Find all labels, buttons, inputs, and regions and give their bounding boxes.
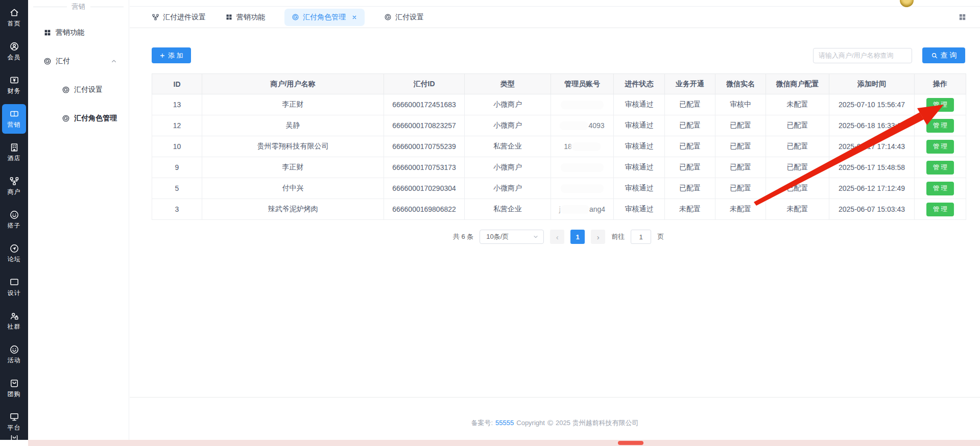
sidebar-item-partial[interactable] — [0, 435, 28, 440]
huifu-id-cell: 6666000170823257 — [384, 115, 465, 136]
divider-line — [90, 7, 124, 7]
beian-link[interactable]: 55555 — [495, 419, 514, 427]
tab-0[interactable]: 汇付进件设置 — [152, 13, 206, 22]
submenu-item-0[interactable]: 营销功能 — [28, 22, 129, 43]
table-row: 3辣武爷泥炉烤肉6666000169806822私营企业jang4审核通过未配置… — [152, 199, 966, 220]
manage-button[interactable]: 管 理 — [926, 182, 954, 195]
manage-button[interactable]: 管 理 — [926, 203, 954, 216]
column-header-3: 类型 — [465, 74, 551, 94]
table-row: 5付中兴6666000170290304小微商户审核通过已配置已配置已配置202… — [152, 178, 966, 199]
admin-fragment: ang4 — [589, 205, 605, 213]
admin-account-cell — [551, 157, 614, 178]
redaction-smudge — [561, 205, 589, 214]
sidebar-item-11[interactable]: 团购 — [2, 374, 26, 403]
next-page-glyph: › — [597, 233, 600, 241]
status-cell: 已配置 — [715, 115, 766, 136]
action-cell: 管 理 — [915, 136, 966, 157]
add-button[interactable]: 添 加 — [152, 47, 191, 63]
sidebar-item-2[interactable]: 财务 — [2, 70, 26, 100]
huifu-icon — [62, 114, 70, 122]
sidebar-item-8[interactable]: 设计 — [2, 272, 26, 302]
time-cell: 2025-06-17 17:14:43 — [829, 136, 915, 157]
tab-1[interactable]: 营销功能 — [225, 13, 265, 22]
huifu-id-cell: 6666000170290304 — [384, 178, 465, 199]
content-area: 添 加 查 询 ID商户/用户名称汇付ID类型管理员账号进件状态业务开通微信实名… — [130, 28, 980, 244]
sidebar-item-label: 商户 — [8, 188, 21, 196]
sidebar-item-6[interactable]: 搭子 — [2, 205, 26, 235]
query-button[interactable]: 查 询 — [922, 47, 965, 63]
status-cell: 未配置 — [715, 199, 766, 220]
grid-icon — [225, 13, 233, 21]
current-page-button[interactable]: 1 — [570, 230, 585, 244]
plus-icon — [159, 53, 165, 59]
sidebar-item-9[interactable]: 社群 — [2, 306, 26, 336]
tab-label: 营销功能 — [236, 13, 265, 22]
table-body: 13李正财6666000172451683小微商户审核通过已配置审核中未配置20… — [152, 94, 966, 220]
sidebar-item-label: 设计 — [8, 289, 21, 298]
sidebar-item-1[interactable]: 会员 — [2, 37, 26, 66]
prev-page-button[interactable]: ‹ — [550, 230, 564, 244]
primary-sidebar: 首页会员财务营销酒店商户搭子论坛设计社群活动团购平台 — [0, 0, 28, 440]
scrollbar-thumb[interactable] — [618, 441, 643, 445]
huifu-id-cell: 6666000170753173 — [384, 157, 465, 178]
status-cell: 未配置 — [766, 94, 829, 115]
divider-line — [33, 7, 67, 7]
column-header-0: ID — [152, 74, 202, 94]
status-cell: 未配置 — [665, 199, 715, 220]
status-cell: 已配置 — [715, 178, 766, 199]
search-input[interactable] — [813, 48, 912, 63]
close-icon[interactable] — [351, 14, 357, 20]
smiley-icon — [9, 210, 19, 220]
huifu-icon — [292, 13, 299, 21]
sidebar-item-5[interactable]: 商户 — [2, 171, 26, 201]
table-row: 12吴静6666000170823257小微商户4093审核通过已配置已配置已配… — [152, 115, 966, 136]
huifu-id-cell: 6666000169806822 — [384, 199, 465, 220]
column-header-6: 业务开通 — [665, 74, 715, 94]
status-cell: 审核通过 — [614, 157, 665, 178]
action-cell: 管 理 — [915, 178, 966, 199]
tab-label: 汇付进件设置 — [163, 13, 206, 22]
page-size-value: 10条/页 — [486, 232, 509, 241]
huifu-id-cell: 6666000172451683 — [384, 94, 465, 115]
time-cell: 2025-06-18 16:33:14 — [829, 115, 915, 136]
type-cell: 小微商户 — [465, 94, 551, 115]
tab-2[interactable]: 汇付角色管理 — [284, 9, 365, 26]
manage-button[interactable]: 管 理 — [926, 98, 954, 112]
company-name: 2025 贵州越前科技有限公司 — [556, 418, 639, 428]
next-page-button[interactable]: › — [591, 230, 605, 244]
huifu-icon — [384, 13, 392, 21]
redaction-smudge — [560, 121, 588, 130]
sidebar-item-10[interactable]: 活动 — [2, 340, 26, 369]
tab-label: 汇付设置 — [395, 13, 424, 22]
page-size-select[interactable]: 10条/页 — [480, 230, 544, 244]
grid-icon — [43, 29, 52, 37]
submenu-item-2[interactable]: 汇付设置 — [28, 80, 129, 100]
sidebar-item-label: 搭子 — [8, 221, 21, 230]
table-header-row: ID商户/用户名称汇付ID类型管理员账号进件状态业务开通微信实名微信商户配置添加… — [152, 74, 966, 94]
id-cell: 3 — [152, 199, 202, 220]
layout-grid-icon[interactable] — [958, 13, 967, 21]
submenu-item-3[interactable]: 汇付角色管理 — [28, 108, 129, 129]
hotel-icon — [9, 142, 19, 153]
manage-button[interactable]: 管 理 — [926, 140, 954, 154]
id-cell: 13 — [152, 94, 202, 115]
goto-page-input[interactable] — [631, 230, 651, 244]
sidebar-item-label: 社群 — [8, 323, 21, 331]
status-cell: 审核通过 — [614, 199, 665, 220]
manage-button[interactable]: 管 理 — [926, 161, 954, 175]
status-cell: 已配置 — [766, 178, 829, 199]
tab-3[interactable]: 汇付设置 — [384, 13, 424, 22]
horizontal-scrollbar[interactable] — [28, 440, 980, 446]
sidebar-item-12[interactable]: 平台 — [2, 407, 26, 437]
total-count: 共 6 条 — [453, 232, 473, 241]
submenu-item-1[interactable]: 汇付 — [28, 51, 129, 71]
sidebar-item-3[interactable]: 营销 — [2, 104, 26, 134]
sidebar-item-label: 首页 — [8, 19, 21, 28]
admin-account-cell — [551, 94, 614, 115]
sidebar-item-7[interactable]: 论坛 — [2, 239, 26, 268]
manage-button[interactable]: 管 理 — [926, 119, 954, 133]
main-area: 汇付进件设置营销功能汇付角色管理汇付设置 添 加 查 询 ID商户/用户名称汇付… — [130, 0, 980, 440]
sidebar-item-4[interactable]: 酒店 — [2, 138, 26, 167]
sidebar-item-0[interactable]: 首页 — [2, 3, 26, 33]
redaction-smudge — [561, 101, 604, 109]
